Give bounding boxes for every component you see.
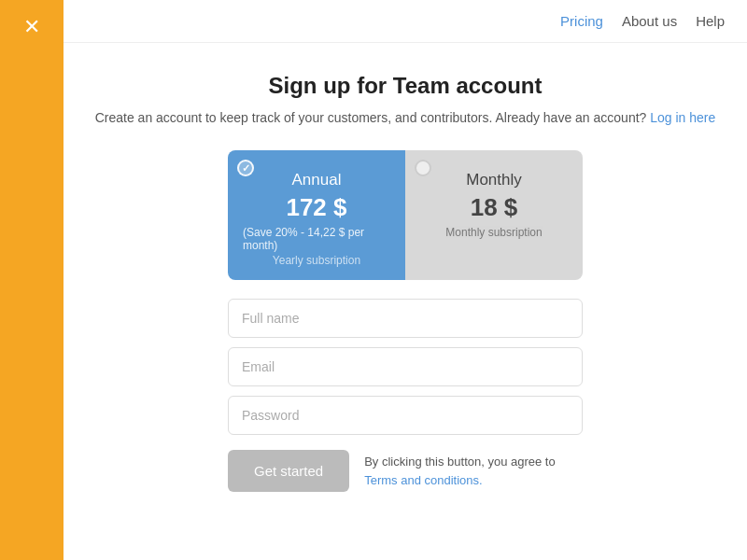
nav-help[interactable]: Help xyxy=(696,13,725,29)
fullname-input[interactable] xyxy=(228,299,583,338)
content-area: Sign up for Team account Create an accou… xyxy=(63,43,747,560)
get-started-button[interactable]: Get started xyxy=(228,450,349,492)
email-input[interactable] xyxy=(228,347,583,386)
sidebar: ✕ xyxy=(0,0,63,560)
plan-monthly[interactable]: Monthly 18 $ Monthly subsription xyxy=(405,150,583,280)
plan-annual[interactable]: Annual 172 $ (Save 20% - 14,22 $ per mon… xyxy=(228,150,405,280)
plan-annual-label: Yearly subsription xyxy=(273,254,360,267)
plan-annual-savings: (Save 20% - 14,22 $ per month) xyxy=(243,226,390,252)
terms-link[interactable]: Terms and conditions. xyxy=(364,473,482,487)
terms-text: By clicking this button, you agree to Te… xyxy=(364,453,556,489)
close-icon[interactable]: ✕ xyxy=(23,17,40,37)
plan-monthly-name: Monthly xyxy=(466,171,522,189)
plan-monthly-price: 18 $ xyxy=(471,193,518,222)
plan-annual-name: Annual xyxy=(292,171,342,189)
top-nav: Pricing About us Help xyxy=(63,0,747,43)
plan-selector: Annual 172 $ (Save 20% - 14,22 $ per mon… xyxy=(228,150,583,280)
subtitle: Create an account to keep track of your … xyxy=(95,108,716,128)
password-input[interactable] xyxy=(228,396,583,435)
nav-pricing[interactable]: Pricing xyxy=(560,13,603,29)
cta-row: Get started By clicking this button, you… xyxy=(228,450,583,492)
plan-monthly-radio xyxy=(415,160,431,176)
page-title: Sign up for Team account xyxy=(269,73,543,99)
login-link[interactable]: Log in here xyxy=(650,110,715,125)
signup-form: Get started By clicking this button, you… xyxy=(228,299,583,492)
nav-about[interactable]: About us xyxy=(622,13,677,29)
plan-annual-radio xyxy=(237,160,254,176)
plan-annual-price: 172 $ xyxy=(286,193,346,222)
main-content: Pricing About us Help Sign up for Team a… xyxy=(63,0,747,560)
plan-monthly-label: Monthly subsription xyxy=(445,226,542,239)
